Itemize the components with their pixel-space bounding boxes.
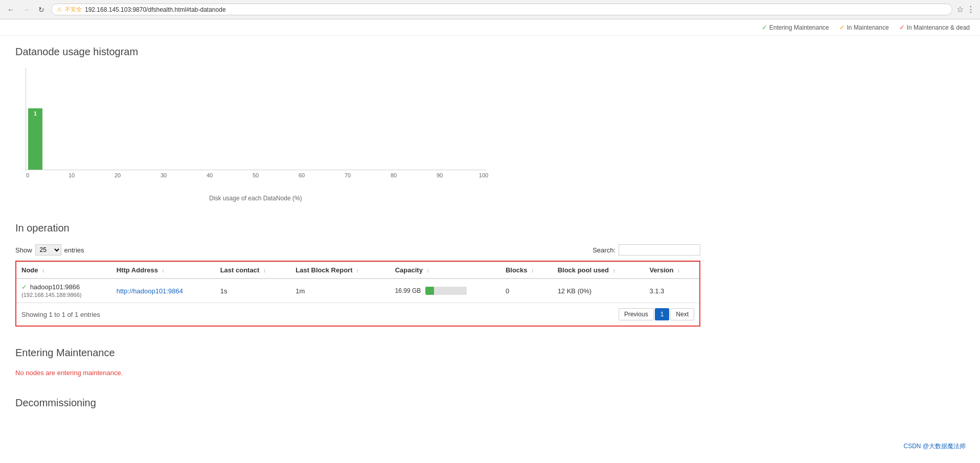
current-page: 1 xyxy=(655,308,670,320)
table-row: ✓ hadoop101:9866 (192.168.145.188:9866) … xyxy=(16,279,699,303)
table-footer: Showing 1 to 1 of 1 entries Previous 1 N… xyxy=(16,303,699,326)
col-blocks[interactable]: Blocks ↕ xyxy=(500,262,553,279)
x-axis-labels: 0 10 20 30 40 50 60 70 80 90 100 xyxy=(26,172,486,182)
entering-maintenance-title: Entering Maintenance xyxy=(15,347,700,359)
histogram-chart: 1 xyxy=(26,68,486,170)
in-maintenance-dead-icon: ✓ xyxy=(899,24,905,31)
cell-blocks: 0 xyxy=(500,279,553,303)
col-last-contact[interactable]: Last contact ↕ xyxy=(215,262,291,279)
previous-button[interactable]: Previous xyxy=(619,308,654,320)
entering-maintenance-section: Entering Maintenance No nodes are enteri… xyxy=(15,347,700,377)
bookmark-button[interactable]: ☆ xyxy=(956,5,964,14)
forward-button[interactable]: → xyxy=(20,4,32,15)
cell-last-block-report: 1m xyxy=(290,279,390,303)
show-entries-control: Show 10 25 50 100 entries xyxy=(15,244,84,256)
last-block-sort-icon: ↕ xyxy=(356,268,359,273)
security-warning-icon: ⚠ xyxy=(57,6,62,13)
back-button[interactable]: ← xyxy=(5,4,16,15)
histogram-title: Datanode usage histogram xyxy=(15,46,700,58)
bar-label-0: 1 xyxy=(28,110,42,117)
http-sort-icon: ↕ xyxy=(162,268,165,273)
browser-actions: ☆ ⋮ xyxy=(956,5,975,14)
capacity-sort-icon: ↕ xyxy=(426,268,429,273)
decommissioning-title: Decommissioning xyxy=(15,397,700,409)
x-label-90: 90 xyxy=(437,172,443,178)
cell-block-pool-used: 12 KB (0%) xyxy=(553,279,645,303)
in-maintenance-dead-label: In Maintenance & dead xyxy=(907,24,970,31)
x-label-70: 70 xyxy=(345,172,351,178)
x-axis-title: Disk usage of each DataNode (%) xyxy=(26,195,486,202)
cell-capacity: 16.99 GB xyxy=(390,279,500,303)
cell-http-address: http://hadoop101:9864 xyxy=(111,279,215,303)
showing-entries-text: Showing 1 to 1 of 1 entries xyxy=(21,311,100,318)
legend-bar: ✓ Entering Maintenance ✓ In Maintenance … xyxy=(0,19,980,36)
col-http-address[interactable]: Http Address ↕ xyxy=(111,262,215,279)
search-container: Search: xyxy=(592,244,700,256)
col-last-block-report[interactable]: Last Block Report ↕ xyxy=(290,262,390,279)
legend-in-maintenance-dead: ✓ In Maintenance & dead xyxy=(899,24,970,31)
node-hostname: hadoop101:9866 xyxy=(30,283,80,291)
histogram-bar-0: 1 xyxy=(28,108,42,170)
x-label-20: 20 xyxy=(115,172,121,178)
capacity-label: 16.99 GB xyxy=(395,287,423,294)
x-label-80: 80 xyxy=(391,172,397,178)
col-version[interactable]: Version ↕ xyxy=(644,262,699,279)
cell-last-contact: 1s xyxy=(215,279,291,303)
capacity-bar-fill xyxy=(425,287,435,295)
browser-chrome: ← → ↻ ⚠ 不安全 192.168.145.103:9870/dfsheal… xyxy=(0,0,980,19)
last-contact-sort-icon: ↕ xyxy=(263,268,266,273)
security-warning-text: 不安全 xyxy=(65,6,82,13)
node-ip: (192.168.145.188:9866) xyxy=(21,292,81,298)
highlighted-table-area: Node ↕ Http Address ↕ Last contact ↕ Las… xyxy=(15,261,700,327)
main-content: Datanode usage histogram 1 0 10 20 30 40… xyxy=(0,36,716,429)
datanode-table: Node ↕ Http Address ↕ Last contact ↕ Las… xyxy=(16,262,699,303)
entering-maintenance-label: Entering Maintenance xyxy=(769,24,829,31)
col-node[interactable]: Node ↕ xyxy=(16,262,111,279)
address-bar: ⚠ 不安全 192.168.145.103:9870/dfshealth.htm… xyxy=(51,4,952,15)
show-label: Show xyxy=(15,246,32,254)
x-label-10: 10 xyxy=(69,172,75,178)
in-maintenance-icon: ✓ xyxy=(839,24,845,31)
pagination-controls: Previous 1 Next xyxy=(619,308,694,320)
no-nodes-text: No nodes are entering maintenance. xyxy=(15,369,700,377)
capacity-bar-bg xyxy=(425,287,467,295)
capacity-bar-container: 16.99 GB xyxy=(395,287,467,295)
table-header-row: Node ↕ Http Address ↕ Last contact ↕ Las… xyxy=(16,262,699,279)
reload-button[interactable]: ↻ xyxy=(36,4,47,15)
x-label-40: 40 xyxy=(207,172,213,178)
blocks-sort-icon: ↕ xyxy=(531,268,534,273)
in-maintenance-label: In Maintenance xyxy=(847,24,889,31)
node-check-icon: ✓ xyxy=(21,283,27,291)
cell-version: 3.1.3 xyxy=(644,279,699,303)
cell-node: ✓ hadoop101:9866 (192.168.145.188:9866) xyxy=(16,279,111,303)
node-sort-icon: ↕ xyxy=(42,268,44,273)
http-link[interactable]: http://hadoop101:9864 xyxy=(117,287,183,295)
entries-select[interactable]: 10 25 50 100 xyxy=(35,244,61,256)
legend-entering-maintenance: ✓ Entering Maintenance xyxy=(762,24,829,31)
in-operation-section: In operation Show 10 25 50 100 entries S… xyxy=(15,222,700,327)
version-sort-icon: ↕ xyxy=(677,268,680,273)
x-label-50: 50 xyxy=(253,172,259,178)
x-label-60: 60 xyxy=(299,172,305,178)
x-label-100: 100 xyxy=(479,172,488,178)
menu-button[interactable]: ⋮ xyxy=(967,5,975,14)
legend-in-maintenance: ✓ In Maintenance xyxy=(839,24,889,31)
url-text: 192.168.145.103:9870/dfshealth.html#tab-… xyxy=(85,6,226,13)
col-capacity[interactable]: Capacity ↕ xyxy=(390,262,500,279)
col-block-pool-used[interactable]: Block pool used ↕ xyxy=(553,262,645,279)
in-operation-title: In operation xyxy=(15,222,700,234)
search-input[interactable] xyxy=(619,244,700,256)
decommissioning-section: Decommissioning xyxy=(15,397,700,409)
search-label: Search: xyxy=(592,246,616,254)
entries-label: entries xyxy=(64,246,84,254)
x-label-0: 0 xyxy=(26,172,29,178)
next-button[interactable]: Next xyxy=(670,308,694,320)
table-controls: Show 10 25 50 100 entries Search: xyxy=(15,244,700,256)
histogram-container: 1 0 10 20 30 40 50 60 70 80 90 100 Disk … xyxy=(15,68,700,202)
entering-maintenance-icon: ✓ xyxy=(762,24,767,31)
x-label-30: 30 xyxy=(161,172,167,178)
block-pool-sort-icon: ↕ xyxy=(613,268,616,273)
